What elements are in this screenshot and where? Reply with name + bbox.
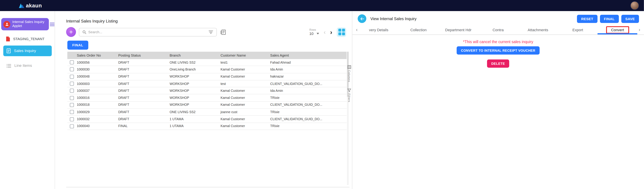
- column-header-posting-status[interactable]: Posting Status: [118, 53, 169, 57]
- tabs-scroll-right-icon[interactable]: ›: [638, 27, 642, 32]
- table-row[interactable]: 1000018 DRAFT WORKSHOP Kamal Customer CL…: [68, 102, 347, 109]
- cell-customer-name: joanne cust: [220, 110, 270, 114]
- table-row[interactable]: 1000029 DRAFT ONE LIVING SS2 joanne cust…: [68, 109, 347, 116]
- cell-sales-agent: CLIENT_VALIDATION_GUID_DO...: [270, 117, 346, 121]
- filters-toggle[interactable]: Filters: [348, 89, 351, 102]
- cell-sales-agent: TRixie: [270, 96, 346, 100]
- table-row[interactable]: 1000030 DRAFT OneLiving Branch Kamal Cus…: [68, 66, 347, 73]
- row-checkbox[interactable]: [70, 60, 74, 64]
- cell-branch: 1 UTAMA: [169, 117, 220, 121]
- search-input[interactable]: [88, 30, 206, 34]
- columns-toggle[interactable]: Columns: [348, 65, 351, 82]
- sidebar-item-label: Sales Inquiry: [14, 49, 36, 53]
- sidebar-item-sales-inquiry[interactable]: Sales Inquiry: [3, 45, 52, 56]
- list-icon: [6, 64, 11, 67]
- cell-sales-agent: CLIENT_VALIDATION_GUID_DO...: [270, 103, 346, 107]
- warning-text: *This will cancel the current sales inqu…: [463, 39, 533, 44]
- grid-view-button[interactable]: [337, 27, 346, 37]
- cell-customer-name: Kamal Customer: [220, 89, 270, 93]
- cell-sales-agent: Ida Amin: [270, 68, 346, 71]
- cell-sales-agent: TRixie: [270, 110, 346, 114]
- column-header-sales-agent[interactable]: Sales Agent: [270, 53, 346, 57]
- applet-button[interactable]: Internal Sales Inquiry Applet: [1, 18, 49, 30]
- final-button[interactable]: FINAL: [600, 14, 618, 23]
- cell-branch: ONE LIVING SS2: [169, 110, 220, 114]
- saved-search-icon[interactable]: [220, 29, 226, 35]
- column-header-sales-order-no[interactable]: Sales Order No: [76, 53, 118, 57]
- filter-icon[interactable]: [208, 30, 213, 34]
- sidebar-collapse-icon[interactable]: [50, 22, 54, 26]
- row-checkbox[interactable]: [70, 67, 74, 71]
- table-header: Sales Order No Posting Status Branch Cus…: [68, 52, 347, 59]
- tab-export[interactable]: Export: [558, 25, 598, 34]
- horizontal-scrollbar[interactable]: [66, 187, 350, 188]
- user-avatar[interactable]: [630, 1, 639, 10]
- person-icon: [3, 21, 10, 28]
- tenant-item[interactable]: STAGING_TENANT: [0, 30, 54, 41]
- cell-sales-order-no: 1000037: [76, 89, 118, 93]
- tab-department-hdr[interactable]: Department Hdr: [438, 25, 478, 34]
- detail-tabs: very Details Collection Department Hdr C…: [359, 25, 638, 34]
- column-header-customer-name[interactable]: Customer Name: [220, 53, 270, 57]
- cell-branch: WORKSHOP: [169, 96, 220, 100]
- applet-row: Internal Sales Inquiry Applet: [0, 18, 54, 30]
- convert-tab-content: *This will cancel the current sales inqu…: [352, 35, 644, 68]
- table-side-controls: Columns Filters: [348, 65, 351, 102]
- akaun-logo: akaun: [19, 3, 42, 8]
- table-body: 1000056 DRAFT ONE LIVING SS2 test1 Fahad…: [68, 59, 347, 130]
- cell-sales-agent: CLIENT_VALIDATION_GUID_DO...: [270, 82, 346, 86]
- listing-panel: Internal Sales Inquiry Listing + Rows 10: [55, 11, 352, 189]
- cell-customer-name: Kamal Customer: [220, 117, 270, 121]
- tab-delivery-details[interactable]: very Details: [359, 25, 399, 34]
- table-row[interactable]: 1000016 DRAFT WORKSHOP Kamal Customer TR…: [68, 94, 347, 102]
- table-row[interactable]: 1000056 DRAFT ONE LIVING SS2 test1 Fahad…: [68, 59, 347, 66]
- rows-per-page-select[interactable]: Rows 10: [310, 28, 319, 36]
- table-row[interactable]: 1000032 DRAFT 1 UTAMA Kamal Customer CLI…: [68, 116, 347, 123]
- tab-contra[interactable]: Contra: [478, 25, 518, 34]
- row-checkbox[interactable]: [70, 117, 74, 121]
- row-checkbox[interactable]: [70, 89, 74, 93]
- save-button[interactable]: SAVE: [621, 14, 639, 23]
- final-filter-button[interactable]: FINAL: [68, 41, 88, 50]
- tabs-scroll-left-icon[interactable]: ‹: [355, 27, 359, 32]
- search-box: [79, 28, 217, 36]
- table-row[interactable]: 1000037 DRAFT WORKSHOP Kamal Customer Id…: [68, 87, 347, 94]
- cell-sales-order-no: 1000048: [76, 75, 118, 78]
- akaun-logo-icon: [19, 3, 24, 8]
- filters-label: Filters: [348, 93, 351, 102]
- convert-to-internal-receipt-voucher-button[interactable]: CONVERT TO INTERNAL RECEIPT VOUCHER: [456, 46, 540, 54]
- row-checkbox[interactable]: [70, 124, 74, 128]
- prev-page-button[interactable]: ‹: [324, 29, 326, 35]
- add-button[interactable]: +: [66, 27, 76, 37]
- next-page-button[interactable]: ›: [330, 29, 332, 35]
- back-button[interactable]: [358, 14, 366, 23]
- cell-posting-status: DRAFT: [118, 110, 169, 114]
- row-checkbox[interactable]: [70, 110, 74, 114]
- cell-sales-order-no: 1000032: [76, 117, 118, 121]
- cell-customer-name: test: [220, 82, 270, 86]
- page-title: Internal Sales Inquiry Listing: [66, 19, 352, 23]
- sidebar-item-line-items[interactable]: Line Items: [3, 60, 52, 71]
- table-row[interactable]: 1000040 FINAL 1 UTAMA Kamal Customer TRi…: [68, 123, 347, 130]
- cell-branch: 1 UTAMA: [169, 124, 220, 128]
- rows-label: Rows: [310, 28, 319, 31]
- funnel-icon: [348, 89, 351, 92]
- row-checkbox[interactable]: [70, 96, 74, 100]
- cell-branch: OneLiving Branch: [169, 68, 220, 71]
- row-checkbox[interactable]: [70, 82, 74, 86]
- detail-actions: RESET FINAL SAVE: [577, 14, 639, 23]
- cell-branch: WORKSHOP: [169, 89, 220, 93]
- table-row[interactable]: 1000048 DRAFT WORKSHOP Kamal Customer ha…: [68, 73, 347, 80]
- reset-button[interactable]: RESET: [577, 14, 598, 23]
- row-checkbox[interactable]: [70, 74, 74, 79]
- tab-attachments[interactable]: Attachments: [518, 25, 558, 34]
- table-row[interactable]: 1000003 DRAFT WORKSHOP test CLIENT_VALID…: [68, 80, 347, 87]
- column-header-branch[interactable]: Branch: [169, 53, 220, 57]
- delete-button[interactable]: DELETE: [487, 59, 509, 68]
- detail-tabbar: ‹ very Details Collection Department Hdr…: [352, 25, 644, 35]
- tab-convert[interactable]: Convert: [598, 25, 638, 34]
- cell-posting-status: DRAFT: [118, 75, 169, 78]
- detail-title: View Internal Sales Inquiry: [370, 16, 416, 21]
- row-checkbox[interactable]: [70, 103, 74, 107]
- tab-collection[interactable]: Collection: [399, 25, 438, 34]
